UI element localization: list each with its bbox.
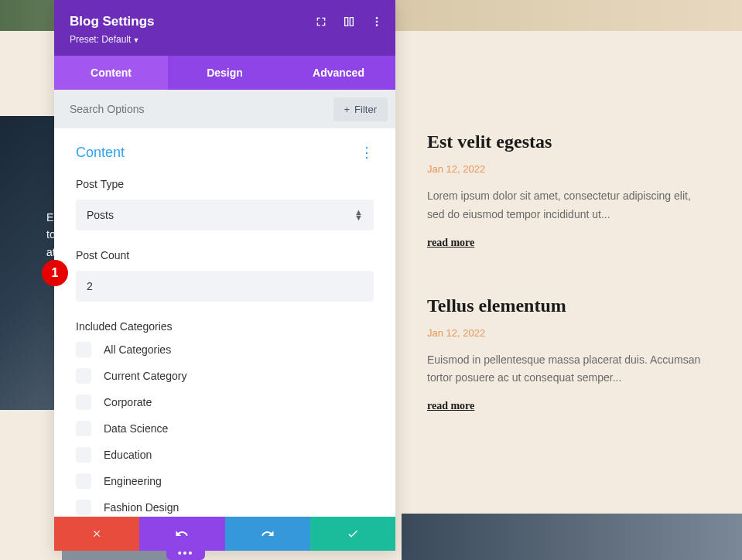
- blog-preview: Est velit egestas Jan 12, 2022 Lorem ips…: [427, 131, 706, 459]
- category-item: Current Category: [76, 368, 374, 384]
- expand-icon[interactable]: [315, 15, 327, 28]
- footer-bar: [54, 517, 395, 551]
- post-count-label: Post Count: [76, 249, 374, 261]
- more-icon[interactable]: [371, 15, 383, 28]
- category-item: Corporate: [76, 394, 374, 410]
- category-checkbox[interactable]: [76, 473, 91, 489]
- blog-settings-panel: Blog Settings Preset: Default▼ Content D…: [54, 0, 395, 551]
- redo-button[interactable]: [225, 517, 310, 551]
- category-item: Engineering: [76, 473, 374, 489]
- categories-label: Included Categories: [76, 320, 374, 333]
- panel-tabs: Content Design Advanced: [54, 56, 395, 90]
- post-type-label: Post Type: [76, 178, 374, 190]
- category-label[interactable]: Education: [104, 449, 152, 461]
- tab-content[interactable]: Content: [54, 56, 168, 90]
- category-checkbox[interactable]: [76, 421, 91, 436]
- post-type-select[interactable]: Posts: [76, 200, 374, 230]
- filter-button[interactable]: + Filter: [333, 97, 388, 121]
- post-excerpt: Lorem ipsum dolor sit amet, consectetur …: [427, 187, 706, 224]
- close-icon: [91, 528, 102, 539]
- search-input[interactable]: [62, 94, 333, 125]
- tab-design[interactable]: Design: [168, 56, 282, 90]
- background-bottom-right: [402, 514, 742, 560]
- category-item: Data Science: [76, 421, 374, 436]
- more-tab[interactable]: •••: [166, 546, 205, 560]
- undo-icon: [175, 527, 189, 541]
- category-checkbox[interactable]: [76, 368, 91, 384]
- caret-down-icon: ▼: [132, 36, 139, 44]
- category-label[interactable]: Engineering: [104, 475, 162, 487]
- layout-toggle-icon[interactable]: [343, 15, 355, 28]
- confirm-button[interactable]: [310, 517, 395, 551]
- category-label[interactable]: All Categories: [104, 343, 171, 356]
- category-label[interactable]: Data Science: [104, 422, 168, 435]
- post-date: Jan 12, 2022: [427, 327, 706, 339]
- preset-selector[interactable]: Preset: Default▼: [70, 34, 380, 45]
- svg-point-1: [376, 21, 378, 23]
- category-checkbox[interactable]: [76, 447, 91, 463]
- categories-list: All Categories Current Category Corporat…: [76, 342, 374, 517]
- category-checkbox[interactable]: [76, 500, 91, 515]
- cancel-button[interactable]: [54, 517, 139, 551]
- svg-point-2: [376, 24, 378, 26]
- post-title[interactable]: Tellus elementum: [427, 295, 706, 316]
- section-menu-icon[interactable]: ⋮: [360, 144, 374, 161]
- category-checkbox[interactable]: [76, 394, 91, 410]
- redo-icon: [261, 527, 275, 541]
- header-icon-group: [315, 15, 383, 28]
- check-icon: [347, 528, 359, 540]
- plus-icon: +: [344, 104, 350, 115]
- read-more-link[interactable]: read more: [427, 237, 474, 248]
- svg-point-0: [376, 17, 378, 19]
- category-item: Education: [76, 447, 374, 463]
- category-label[interactable]: Fashion Design: [104, 501, 179, 514]
- blog-post: Est velit egestas Jan 12, 2022 Lorem ips…: [427, 131, 706, 249]
- panel-header: Blog Settings Preset: Default▼: [54, 0, 395, 56]
- tab-advanced[interactable]: Advanced: [282, 56, 395, 90]
- post-excerpt: Euismod in pellentesque massa placerat d…: [427, 351, 706, 388]
- category-item: Fashion Design: [76, 500, 374, 515]
- category-item: All Categories: [76, 342, 374, 357]
- category-checkbox[interactable]: [76, 342, 91, 357]
- annotation-badge: 1: [42, 260, 68, 286]
- category-label[interactable]: Current Category: [104, 370, 186, 382]
- post-date: Jan 12, 2022: [427, 163, 706, 175]
- section-header: Content ⋮: [76, 144, 374, 161]
- search-row: + Filter: [54, 90, 395, 128]
- section-title: Content: [76, 145, 125, 161]
- post-count-input[interactable]: [76, 271, 374, 302]
- category-label[interactable]: Corporate: [104, 396, 152, 408]
- blog-post: Tellus elementum Jan 12, 2022 Euismod in…: [427, 295, 706, 413]
- post-type-select-wrapper: Posts ▲▼: [76, 200, 374, 230]
- panel-body: Content ⋮ Post Type Posts ▲▼ Post Count …: [54, 128, 395, 517]
- read-more-link[interactable]: read more: [427, 400, 474, 411]
- post-title[interactable]: Est velit egestas: [427, 131, 706, 152]
